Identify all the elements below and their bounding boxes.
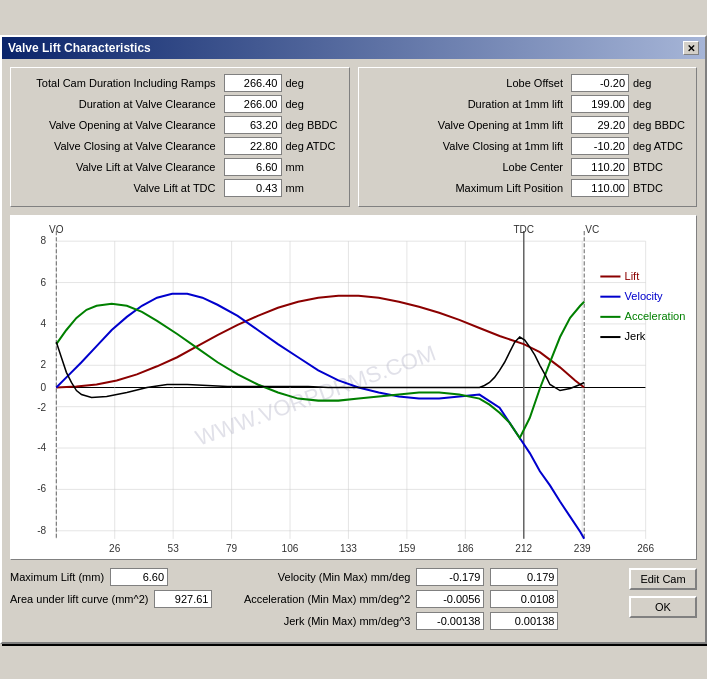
left-param-row-5: Valve Lift at TDC 0.43 mm bbox=[19, 179, 341, 197]
jerk-label: Jerk (Min Max) mm/deg^3 bbox=[220, 615, 410, 627]
left-param-label-5: Valve Lift at TDC bbox=[19, 182, 220, 194]
velocity-max: 0.179 bbox=[490, 568, 558, 586]
svg-text:TDC: TDC bbox=[513, 224, 534, 235]
left-param-value-4: 6.60 bbox=[224, 158, 282, 176]
right-param-label-3: Valve Closing at 1mm lift bbox=[367, 140, 568, 152]
left-param-label-0: Total Cam Duration Including Ramps bbox=[19, 77, 220, 89]
left-param-value-3: 22.80 bbox=[224, 137, 282, 155]
close-button[interactable]: ✕ bbox=[683, 41, 699, 55]
svg-text:VC: VC bbox=[585, 224, 599, 235]
area-value: 927.61 bbox=[154, 590, 212, 608]
stats-left: Maximum Lift (mm) 6.60 Area under lift c… bbox=[10, 568, 212, 608]
svg-text:WWW.VORPDRMS.COM: WWW.VORPDRMS.COM bbox=[192, 340, 439, 450]
svg-text:-2: -2 bbox=[37, 402, 46, 413]
right-param-value-5: 110.00 bbox=[571, 179, 629, 197]
svg-text:239: 239 bbox=[574, 543, 591, 554]
right-params-box: Lobe Offset -0.20 deg Duration at 1mm li… bbox=[358, 67, 698, 207]
svg-text:Jerk: Jerk bbox=[625, 330, 646, 342]
left-param-row-1: Duration at Valve Clearance 266.00 deg bbox=[19, 95, 341, 113]
title-bar: Valve Lift Characteristics ✕ bbox=[2, 37, 705, 59]
jerk-row: Jerk (Min Max) mm/deg^3 -0.00138 0.00138 bbox=[220, 612, 621, 630]
right-param-label-4: Lobe Center bbox=[367, 161, 568, 173]
velocity-row: Velocity (Min Max) mm/deg -0.179 0.179 bbox=[220, 568, 621, 586]
left-param-unit-3: deg ATDC bbox=[286, 140, 341, 152]
max-lift-row: Maximum Lift (mm) 6.60 bbox=[10, 568, 212, 586]
svg-text:26: 26 bbox=[109, 543, 121, 554]
stats-right: Edit Cam OK bbox=[629, 568, 697, 618]
right-param-unit-2: deg BBDC bbox=[633, 119, 688, 131]
right-param-label-5: Maximum Lift Position bbox=[367, 182, 568, 194]
left-param-value-2: 63.20 bbox=[224, 116, 282, 134]
svg-text:79: 79 bbox=[226, 543, 238, 554]
svg-text:266: 266 bbox=[637, 543, 654, 554]
right-param-value-3: -10.20 bbox=[571, 137, 629, 155]
left-param-unit-1: deg bbox=[286, 98, 341, 110]
max-lift-label: Maximum Lift (mm) bbox=[10, 571, 104, 583]
stats-mid: Velocity (Min Max) mm/deg -0.179 0.179 A… bbox=[220, 568, 621, 634]
main-window: Valve Lift Characteristics ✕ Total Cam D… bbox=[0, 35, 707, 644]
content-area: Total Cam Duration Including Ramps 266.4… bbox=[2, 59, 705, 642]
right-param-label-0: Lobe Offset bbox=[367, 77, 568, 89]
svg-text:-6: -6 bbox=[37, 483, 46, 494]
svg-text:186: 186 bbox=[457, 543, 474, 554]
svg-text:0: 0 bbox=[41, 382, 47, 393]
left-param-label-2: Valve Opening at Valve Clearance bbox=[19, 119, 220, 131]
left-param-label-1: Duration at Valve Clearance bbox=[19, 98, 220, 110]
right-param-value-2: 29.20 bbox=[571, 116, 629, 134]
svg-text:133: 133 bbox=[340, 543, 357, 554]
svg-text:8: 8 bbox=[41, 235, 47, 246]
svg-text:Acceleration: Acceleration bbox=[625, 310, 686, 322]
left-param-value-1: 266.00 bbox=[224, 95, 282, 113]
velocity-label: Velocity (Min Max) mm/deg bbox=[220, 571, 410, 583]
left-param-row-3: Valve Closing at Valve Clearance 22.80 d… bbox=[19, 137, 341, 155]
left-param-unit-2: deg BBDC bbox=[286, 119, 341, 131]
svg-text:212: 212 bbox=[515, 543, 532, 554]
right-param-unit-3: deg ATDC bbox=[633, 140, 688, 152]
right-param-unit-1: deg bbox=[633, 98, 688, 110]
right-param-value-1: 199.00 bbox=[571, 95, 629, 113]
left-param-row-2: Valve Opening at Valve Clearance 63.20 d… bbox=[19, 116, 341, 134]
window-title: Valve Lift Characteristics bbox=[8, 41, 151, 55]
svg-text:Velocity: Velocity bbox=[625, 290, 664, 302]
jerk-min: -0.00138 bbox=[416, 612, 484, 630]
velocity-min: -0.179 bbox=[416, 568, 484, 586]
svg-text:4: 4 bbox=[41, 318, 47, 329]
svg-text:VO: VO bbox=[49, 224, 64, 235]
params-row: Total Cam Duration Including Ramps 266.4… bbox=[10, 67, 697, 207]
accel-min: -0.0056 bbox=[416, 590, 484, 608]
right-param-row-1: Duration at 1mm lift 199.00 deg bbox=[367, 95, 689, 113]
right-param-unit-5: BTDC bbox=[633, 182, 688, 194]
jerk-max: 0.00138 bbox=[490, 612, 558, 630]
svg-text:6: 6 bbox=[41, 277, 47, 288]
left-param-label-3: Valve Closing at Valve Clearance bbox=[19, 140, 220, 152]
right-param-row-2: Valve Opening at 1mm lift 29.20 deg BBDC bbox=[367, 116, 689, 134]
chart-svg: 8 6 4 2 0 -2 -4 -6 -8 bbox=[16, 221, 691, 554]
right-param-value-0: -0.20 bbox=[571, 74, 629, 92]
svg-text:-8: -8 bbox=[37, 525, 46, 536]
bottom-stats: Maximum Lift (mm) 6.60 Area under lift c… bbox=[10, 568, 697, 634]
ok-button[interactable]: OK bbox=[629, 596, 697, 618]
svg-text:53: 53 bbox=[168, 543, 180, 554]
right-param-row-4: Lobe Center 110.20 BTDC bbox=[367, 158, 689, 176]
right-param-label-1: Duration at 1mm lift bbox=[367, 98, 568, 110]
right-param-row-5: Maximum Lift Position 110.00 BTDC bbox=[367, 179, 689, 197]
area-row: Area under lift curve (mm^2) 927.61 bbox=[10, 590, 212, 608]
right-param-value-4: 110.20 bbox=[571, 158, 629, 176]
accel-label: Acceleration (Min Max) mm/deg^2 bbox=[220, 593, 410, 605]
left-param-unit-4: mm bbox=[286, 161, 341, 173]
chart-area: 8 6 4 2 0 -2 -4 -6 -8 bbox=[10, 215, 697, 560]
edit-cam-button[interactable]: Edit Cam bbox=[629, 568, 697, 590]
svg-text:2: 2 bbox=[41, 359, 47, 370]
right-param-unit-0: deg bbox=[633, 77, 688, 89]
svg-text:106: 106 bbox=[282, 543, 299, 554]
left-params-box: Total Cam Duration Including Ramps 266.4… bbox=[10, 67, 350, 207]
left-param-unit-5: mm bbox=[286, 182, 341, 194]
accel-max: 0.0108 bbox=[490, 590, 558, 608]
right-param-label-2: Valve Opening at 1mm lift bbox=[367, 119, 568, 131]
svg-text:159: 159 bbox=[398, 543, 415, 554]
accel-row: Acceleration (Min Max) mm/deg^2 -0.0056 … bbox=[220, 590, 621, 608]
right-param-unit-4: BTDC bbox=[633, 161, 688, 173]
left-param-value-5: 0.43 bbox=[224, 179, 282, 197]
svg-text:Lift: Lift bbox=[625, 270, 640, 282]
left-param-row-4: Valve Lift at Valve Clearance 6.60 mm bbox=[19, 158, 341, 176]
